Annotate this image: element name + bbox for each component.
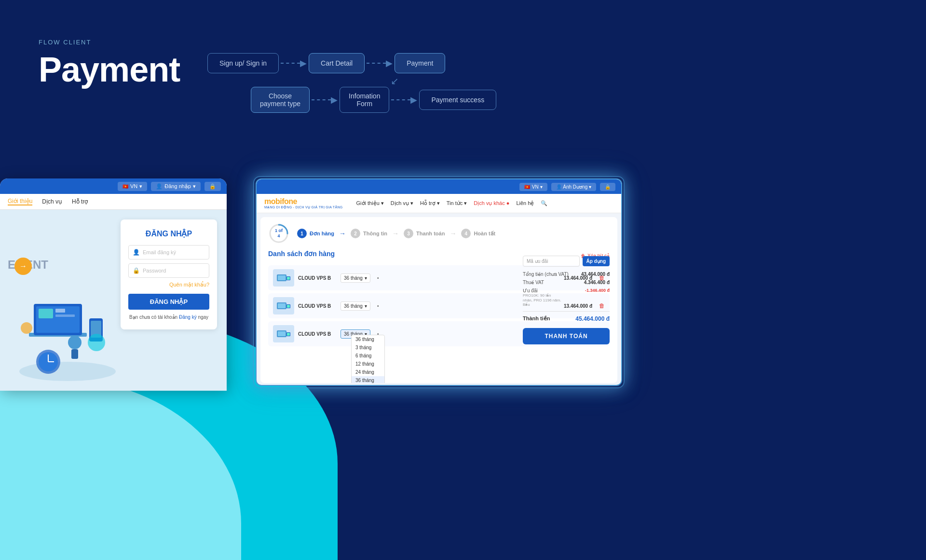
progress-text: 1 of4 [275,228,283,239]
header: Flow Client Payment [39,39,180,89]
main-lock-btn[interactable]: 🔒 [600,183,615,191]
login-nav: Giới thiệu Dịch vụ Hỗ trợ [0,194,227,210]
nav-search-icon[interactable]: 🔍 [541,200,547,206]
product-period-2[interactable]: 36 tháng ▾ [340,301,370,311]
apply-btn[interactable]: Áp dụng [583,256,610,266]
main-lang-btn[interactable]: 🇻🇳 VN ▾ [519,183,547,191]
option-36-1[interactable]: 36 tháng [352,335,384,343]
svg-rect-20 [278,275,286,280]
option-36-2[interactable]: 36 tháng [352,376,384,383]
discount-note: PRO10K: 90 lần nhân, PRO 1196 năm. Bấu [523,293,561,307]
forgot-password-link[interactable]: Quên mật khẩu? [128,282,209,288]
svg-rect-30 [287,333,290,336]
email-icon: 👤 [133,249,140,256]
flow-arrow-2: ▶ [365,58,395,68]
login-form-title: ĐĂNG NHẬP [128,229,209,238]
flow-arrow-3: ▶ [310,95,340,105]
product-name-1: CLOUD VPS B [298,275,337,281]
flow-row-2: Choosepayment type ▶ InfomationForm ▶ Pa… [251,87,641,113]
main-user-btn[interactable]: 👤 Ánh Dương ▾ [551,183,596,191]
option-12[interactable]: 12 tháng [352,360,384,368]
promo-row: Mã ưu đãi Áp dụng [523,256,610,267]
progress-circle: 1 of4 [268,223,289,244]
nav-item-support[interactable]: Hỗ trợ [72,198,88,205]
main-nav-items: Giới thiệu ▾ Dịch vụ ▾ Hỗ trợ ▾ Tin tức … [356,200,548,206]
lang-btn[interactable]: 🇻🇳 VN ▾ [118,182,147,191]
nav-lien-he[interactable]: Liên hệ [516,200,534,206]
orange-arrow-btn[interactable]: → [14,258,32,275]
flow-arrow-4: ▶ [389,95,419,105]
nav-gioi-thieu[interactable]: Giới thiệu ▾ [356,200,384,206]
main-app-screenshot: 🇻🇳 VN ▾ 👤 Ánh Dương ▾ 🔒 mobifone MẠNG DI… [256,178,622,386]
option-24[interactable]: 24 tháng [352,368,384,376]
nav-item-intro[interactable]: Giới thiệu [8,198,32,205]
password-field[interactable]: 🔒 Password [128,263,209,278]
password-icon: 🔒 [133,267,140,274]
svg-rect-5 [55,309,65,313]
register-link[interactable]: Đăng ký [179,314,197,320]
step-arrow-3: → [449,230,456,237]
product-period-1[interactable]: 36 tháng ▾ [340,273,370,283]
step-arrow-2: → [392,230,399,237]
main-content: 1 of4 1 Đơn hàng → 2 Thông tin → 3 Thanh… [260,217,617,383]
svg-point-0 [19,362,116,381]
svg-point-13 [88,334,105,351]
svg-rect-28 [278,331,286,336]
product-img-1 [273,269,294,287]
steps-row: 1 of4 1 Đơn hàng → 2 Thông tin → 3 Thanh… [268,223,610,244]
product-name-3: CLOUD VPS B [298,331,337,337]
nav-ho-tro[interactable]: Hỗ trợ ▾ [420,200,440,206]
flow-arrow-1: ▶ [279,58,309,68]
step-arrow-1: → [339,230,346,237]
login-screenshot: 🇻🇳 VN ▾ 👤 Đăng nhập ▾ 🔒 Giới thiệu Dịch … [0,178,227,391]
nav-tin-tuc[interactable]: Tin tức ▾ [447,200,467,206]
svg-point-15 [68,336,82,349]
page-title: Payment [39,50,180,89]
flow-step-choose-payment: Choosepayment type [251,87,310,113]
nav-item-service[interactable]: Dịch vụ [42,198,62,205]
email-field[interactable]: 👤 Email đăng ký [128,245,209,260]
product-name-2: CLOUD VPS B [298,303,337,309]
main-top-bar: 🇻🇳 VN ▾ 👤 Ánh Dương ▾ 🔒 [257,179,621,194]
svg-rect-24 [278,303,286,308]
product-img-3 [273,325,294,342]
nav-dich-vu[interactable]: Dịch vụ ▾ [391,200,413,206]
section-title: Danh sách đơn hàng [268,250,335,258]
step-thanh-toan: 3 Thanh toán [404,229,445,238]
svg-rect-4 [39,309,53,318]
login-form: ĐĂNG NHẬP 👤 Email đăng ký 🔒 Password Quê… [121,219,217,329]
svg-rect-22 [287,277,290,280]
subtotal-row: Tổng tiền (chưa VAT) 43.464.000 đ [523,272,610,277]
mobifone-logo: mobifone MẠNG DI ĐỘNG - DỊCH VỤ GIÁ TRỊ … [264,198,343,209]
summary-panel: Mã ưu đãi Áp dụng Tổng tiền (chưa VAT) 4… [523,256,610,344]
login-button[interactable]: ĐĂNG NHẬP [128,294,209,310]
flow-diagram: Sign up/ Sign in ▶ Cart Detail ▶ Payment… [207,53,641,113]
lock-btn[interactable]: 🔒 [204,182,221,191]
curved-arrow: ↙ [391,75,641,87]
vat-row: Thuế VAT 4.346.400 đ [523,280,610,285]
option-6[interactable]: 6 tháng [352,352,384,360]
flow-step-success: Payment success [419,90,496,110]
main-nav-bar: mobifone MẠNG DI ĐỘNG - DỊCH VỤ GIÁ TRỊ … [257,194,621,213]
flow-step-cart: Cart Detail [309,53,365,73]
step-thong-tin: 2 Thông tin [351,229,387,238]
promo-input[interactable]: Mã ưu đãi [523,256,580,267]
flow-step-signup: Sign up/ Sign in [207,53,279,73]
period-dropdown[interactable]: 36 tháng 3 tháng 6 tháng 12 tháng 24 thá… [351,335,385,383]
register-prompt: Bạn chưa có tài khoản Đăng ký ngay [128,314,209,320]
nav-dich-vu-khac[interactable]: Dịch vụ khác ● [474,200,509,206]
login-top-btn[interactable]: 👤 Đăng nhập ▾ [151,182,201,191]
flow-step-info-form: InfomationForm [340,87,389,113]
pay-button[interactable]: THANH TOÁN [523,328,610,344]
total-row: Thành tiền 45.464.000 đ [523,311,610,322]
steps-list: 1 Đơn hàng → 2 Thông tin → 3 Thanh toán … [297,229,610,238]
flow-row-1: Sign up/ Sign in ▶ Cart Detail ▶ Payment [207,53,641,73]
step-don-hang: 1 Đơn hàng [297,229,334,238]
product-img-2 [273,297,294,314]
discount-row: Ưu đãi PRO10K: 90 lần nhân, PRO 1196 năm… [523,288,610,307]
svg-rect-6 [55,314,75,317]
login-top-bar: 🇻🇳 VN ▾ 👤 Đăng nhập ▾ 🔒 [0,178,227,194]
svg-point-14 [21,322,32,334]
option-3[interactable]: 3 tháng [352,343,384,352]
svg-rect-26 [287,305,290,308]
